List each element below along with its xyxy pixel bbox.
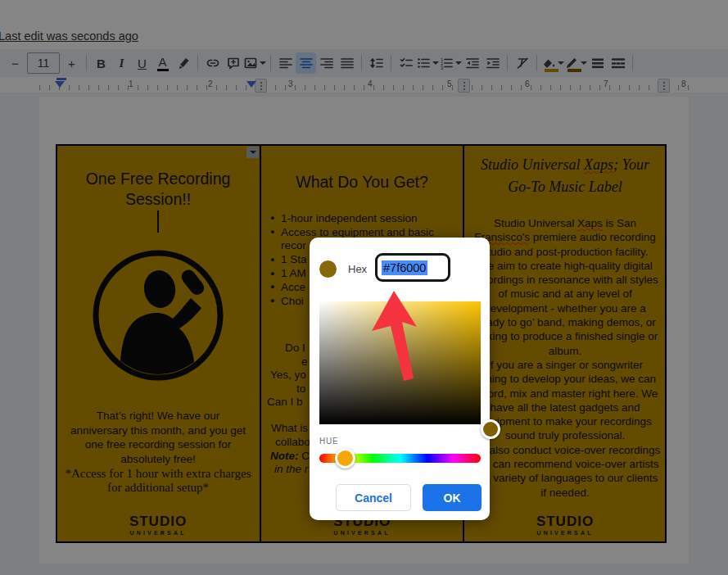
hue-label: HUE bbox=[319, 437, 339, 446]
current-color-swatch bbox=[319, 260, 337, 278]
saturation-value-area[interactable] bbox=[319, 301, 481, 424]
cancel-button[interactable]: Cancel bbox=[336, 484, 411, 511]
color-picker-dialog: Hex #7f6000 HUE Cancel OK bbox=[310, 238, 490, 520]
google-docs-window: Last edit was seconds ago − 11 + B I U A bbox=[0, 0, 728, 575]
saturation-value-handle[interactable] bbox=[481, 419, 500, 439]
hex-label: Hex bbox=[348, 263, 367, 275]
hue-slider-handle[interactable] bbox=[335, 448, 355, 469]
hex-input[interactable]: #7f6000 bbox=[375, 253, 450, 282]
ok-button[interactable]: OK bbox=[423, 484, 482, 511]
hex-value-selected: #7f6000 bbox=[382, 260, 427, 275]
